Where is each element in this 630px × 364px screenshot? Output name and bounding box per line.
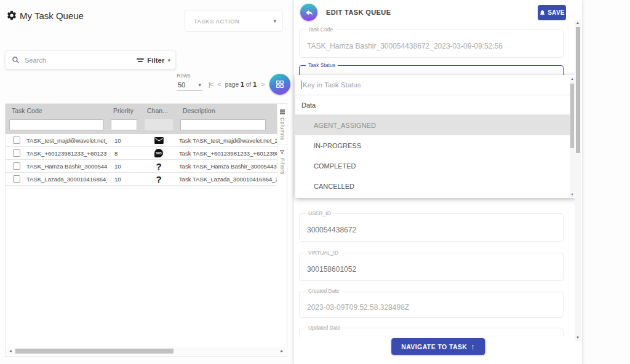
horizontal-scrollbar: ◂ ▸ [7, 347, 285, 355]
settings-gear-icon [6, 10, 17, 21]
columns-tab[interactable]: Columns [277, 105, 287, 144]
next-page-icon[interactable]: > [261, 81, 264, 88]
panel-scroll-thumb[interactable] [576, 27, 580, 153]
cell-description: Task TASK_+60123981233_+60123981233_2023… [177, 150, 277, 157]
cell-description: Task TASK_Lazada_300010416864_2023-03-10… [177, 176, 277, 183]
created-date-field: Created Date [299, 291, 564, 318]
sms-channel-icon: SMS [154, 149, 163, 157]
status-group-header: Data [295, 95, 576, 115]
rows-per-page-value: 50 [178, 81, 185, 89]
filter-channel-disabled [145, 119, 173, 130]
hscroll-thumb[interactable] [15, 349, 173, 354]
cell-task-code: TASK_test_majd@wavelet.net_2... [26, 137, 107, 144]
task-status-dropdown: Data AGENT_ASSIGNED IN-PROGRESS COMPLETE… [295, 75, 576, 198]
left-header: My Task Queue [6, 10, 84, 21]
status-search-row [295, 75, 576, 95]
scroll-left-arrow-icon[interactable]: ◂ [7, 349, 14, 354]
filters-tab[interactable]: Filters [277, 144, 287, 179]
user-id-input[interactable] [307, 226, 556, 234]
dropdown-scroll-down-icon[interactable]: ▾ [571, 192, 573, 197]
bell-icon [539, 9, 546, 16]
cell-priority: 10 [107, 176, 141, 183]
row-checkbox[interactable] [13, 149, 20, 157]
virtual-id-label: VIRTUAL_ID [306, 250, 341, 256]
col-header-task-code: Task Code [6, 107, 107, 114]
filter-priority-input[interactable] [111, 119, 137, 130]
panel-scrollbar[interactable]: ▴ ▾ [575, 20, 581, 341]
navigate-to-task-button[interactable]: NAVIGATE TO TASK ↑ [391, 338, 485, 355]
rows-label: Rows [177, 73, 191, 79]
col-header-channel: Chan... [141, 107, 177, 114]
search-input[interactable] [25, 57, 137, 64]
rows-caret-icon: ▾ [198, 82, 201, 88]
tasks-action-select[interactable]: TASKS ACTION ▾ [185, 10, 283, 32]
task-code-field: Task Code [299, 30, 564, 58]
chevron-down-icon: ▾ [273, 18, 276, 24]
cell-priority: 8 [107, 150, 141, 157]
cell-priority: 10 [107, 163, 141, 170]
save-button-label: SAVE [548, 9, 565, 16]
table-row[interactable]: TASK_+60123981233_+601239... 8 SMS Task … [6, 147, 277, 160]
cell-priority: 10 [107, 137, 141, 144]
filter-button[interactable]: Filter ▾ [137, 57, 170, 64]
of-word: of [246, 81, 251, 88]
row-checkbox[interactable] [13, 136, 20, 144]
page-title: My Task Queue [20, 10, 84, 21]
filter-list-icon [137, 58, 144, 62]
panel-scroll-up-icon[interactable]: ▴ [576, 20, 579, 26]
user-id-field: USER_ID [299, 213, 564, 242]
table-row[interactable]: TASK_Hamza Bashir_300054438... 10 ? Task… [6, 160, 277, 173]
user-id-label: USER_ID [306, 210, 333, 216]
back-button[interactable] [300, 4, 317, 21]
status-option-in-progress[interactable]: IN-PROGRESS [295, 135, 576, 156]
virtual-id-field: VIRTUAL_ID [299, 253, 564, 281]
status-option-cancelled[interactable]: CANCELLED [295, 176, 576, 196]
updated-date-field: Updated Date [299, 328, 564, 337]
save-button[interactable]: SAVE [538, 5, 566, 20]
virtual-id-input[interactable] [307, 265, 556, 274]
hscroll-track[interactable] [14, 348, 278, 354]
table-row[interactable]: TASK_Lazada_300010416864_20... 10 ? Task… [6, 173, 277, 186]
row-checkbox[interactable] [13, 175, 20, 183]
cell-task-code: TASK_Hamza Bashir_300054438... [26, 163, 107, 170]
email-channel-icon [154, 137, 164, 144]
row-checkbox[interactable] [13, 162, 20, 170]
text-cursor [301, 81, 302, 89]
page-word: page [225, 81, 239, 88]
created-date-label: Created Date [306, 288, 342, 294]
filter-description-input[interactable] [180, 119, 266, 130]
status-search-input[interactable] [303, 81, 570, 89]
task-queue-panel: My Task Queue TASKS ACTION ▾ Filter ▾ Ro… [0, 0, 289, 364]
table-row[interactable]: TASK_test_majd@wavelet.net_2... 10 Task … [6, 134, 277, 147]
prev-page-icon[interactable]: < [217, 81, 220, 88]
status-option-completed[interactable]: COMPLETED [295, 156, 576, 176]
columns-icon [280, 109, 285, 114]
panel-scroll-down-icon[interactable]: ▾ [576, 334, 579, 341]
unknown-channel-icon: ? [156, 174, 161, 184]
up-arrow-icon: ↑ [471, 342, 475, 351]
navigate-button-label: NAVIGATE TO TASK [401, 343, 467, 350]
dropdown-scroll-up-icon[interactable]: ▴ [571, 76, 573, 81]
search-bar: Filter ▾ [5, 50, 176, 69]
grid-view-button[interactable] [269, 74, 290, 95]
cell-task-code: TASK_+60123981233_+601239... [26, 150, 107, 157]
dropdown-scrollbar[interactable]: ▴ ▾ [570, 76, 575, 197]
filter-task-code-input[interactable] [9, 119, 103, 130]
status-option-agent-assigned[interactable]: AGENT_ASSIGNED [295, 115, 576, 135]
updated-date-label: Updated Date [306, 325, 343, 331]
created-date-input [307, 303, 556, 312]
page-current: 1 [241, 81, 244, 88]
grid-icon [275, 79, 285, 89]
task-code-label: Task Code [306, 26, 335, 33]
rows-per-page-select[interactable]: 50 ▾ [177, 80, 202, 91]
edit-task-panel: EDIT TASK QUEUE SAVE Task Code Task Stat… [294, 0, 582, 364]
dropdown-scroll-thumb[interactable] [570, 84, 574, 148]
search-icon [12, 56, 20, 64]
first-page-icon[interactable]: |< [209, 81, 213, 88]
task-status-label: Task Status [306, 62, 338, 68]
page-nav: |< < page 1 of 1 > >| [209, 81, 273, 88]
filter-label: Filter [147, 57, 164, 64]
cell-task-code: TASK_Lazada_300010416864_20... [26, 176, 107, 183]
scroll-right-arrow-icon[interactable]: ▸ [278, 349, 285, 354]
page-indicator: page 1 of 1 [225, 81, 257, 88]
